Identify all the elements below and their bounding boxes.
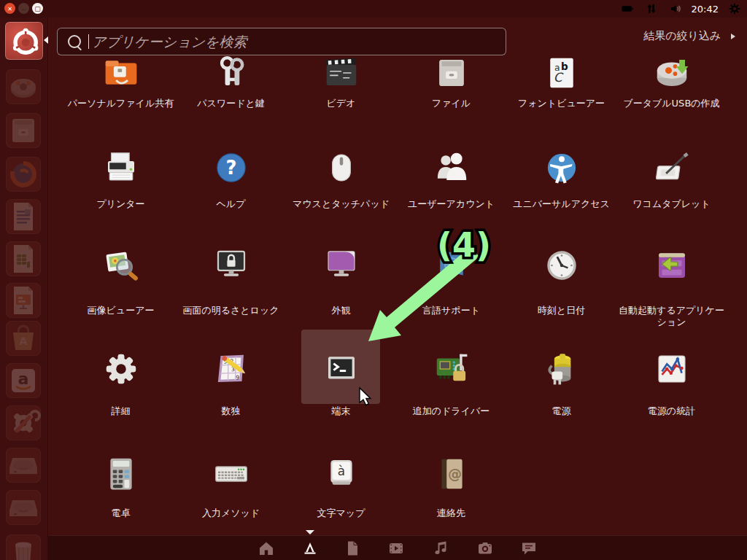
app-label: 端末 — [286, 405, 396, 417]
app-input-method-icon[interactable] — [176, 454, 286, 494]
firefox-launcher-icon[interactable] — [6, 157, 41, 192]
filter-results-button[interactable]: 結果の絞り込み — [643, 29, 735, 43]
app-files-icon[interactable] — [396, 52, 506, 93]
app-label: ファイル — [396, 98, 506, 109]
ubuntu-bfb-button[interactable] — [5, 22, 43, 60]
app-label: ブータブルUSBの作成 — [616, 98, 727, 109]
disk-drive-2-launcher-icon[interactable] — [6, 490, 41, 525]
launcher: Aa — [0, 18, 48, 560]
app-help-icon[interactable]: ? — [176, 147, 286, 188]
clock-label[interactable]: 20:42 — [692, 4, 719, 15]
app-label: 外観 — [286, 305, 396, 316]
disk-installer-launcher-icon[interactable] — [6, 69, 41, 104]
app-usb-creator-icon[interactable] — [616, 52, 727, 93]
app-label: 詳細 — [66, 405, 176, 417]
app-label: 言語サポート — [396, 305, 506, 316]
active-lens-indicator-icon — [306, 530, 314, 534]
app-sudoku-icon[interactable]: 5239 — [176, 349, 286, 389]
music-lens-icon[interactable] — [431, 540, 449, 557]
app-label: フォントビューアー — [506, 98, 616, 109]
app-label: 時刻と日付 — [506, 305, 616, 316]
app-calculator-icon[interactable] — [66, 454, 176, 494]
file-cabinet-launcher-icon[interactable] — [6, 113, 41, 148]
app-label: ビデオ — [286, 98, 396, 109]
app-terminal-icon[interactable] — [286, 349, 396, 389]
app-label: ヘルプ — [176, 198, 286, 210]
app-label: 数独 — [176, 405, 286, 417]
search-input[interactable] — [90, 33, 506, 50]
app-startup-apps-icon[interactable] — [616, 245, 727, 286]
app-users-icon[interactable] — [396, 147, 506, 188]
app-wacom-icon[interactable] — [616, 147, 727, 188]
video-lens-icon[interactable] — [387, 540, 405, 557]
app-clock-icon[interactable] — [506, 245, 616, 286]
maximize-icon[interactable] — [32, 3, 43, 14]
app-label: プリンター — [66, 198, 176, 210]
trash-launcher-icon[interactable] — [6, 534, 41, 560]
app-printer-icon[interactable] — [66, 147, 176, 188]
svg-text:?: ? — [225, 157, 236, 179]
libreoffice-calc-launcher-icon[interactable] — [6, 241, 41, 276]
app-keys-icon[interactable] — [176, 52, 286, 93]
focused-app-arrow-icon — [44, 36, 48, 44]
app-char-map-icon[interactable]: à — [286, 454, 396, 494]
app-mouse-icon[interactable] — [286, 147, 396, 188]
app-drivers-icon[interactable] — [396, 349, 506, 389]
app-label: 画像ビューアー — [66, 305, 176, 316]
filter-results-label: 結果の絞り込み — [643, 29, 721, 42]
app-screen-lock-icon[interactable] — [176, 245, 286, 286]
app-details-icon[interactable] — [66, 349, 176, 389]
system-settings-launcher-icon[interactable] — [6, 405, 41, 440]
app-label: マウスとタッチパッド — [286, 198, 396, 210]
top-panel: 20:42 — [0, 0, 747, 18]
app-videos-icon[interactable] — [286, 52, 396, 93]
search-box[interactable] — [57, 28, 506, 55]
app-label: ワコムタブレット — [616, 198, 727, 210]
home-lens-icon[interactable] — [258, 540, 275, 557]
app-label: 入力メソッド — [176, 508, 286, 519]
app-access-icon[interactable] — [506, 147, 616, 188]
libreoffice-impress-launcher-icon[interactable] — [6, 283, 41, 318]
app-image-viewer-icon[interactable] — [66, 245, 176, 286]
svg-text:à: à — [337, 464, 344, 478]
svg-text:a: a — [18, 370, 29, 388]
disk-drive-1-launcher-icon[interactable] — [6, 448, 41, 483]
minimize-icon[interactable] — [18, 3, 29, 14]
app-label: パーソナルファイル共有 — [66, 98, 176, 109]
applications-lens-icon[interactable] — [301, 540, 319, 557]
files-lens-icon[interactable] — [344, 540, 361, 557]
text-caret — [88, 34, 89, 49]
app-contacts-icon[interactable]: @ — [396, 454, 506, 494]
app-power-icon[interactable] — [506, 349, 616, 389]
search-icon — [68, 35, 81, 48]
svg-text:9: 9 — [235, 374, 239, 381]
app-appearance-icon[interactable] — [286, 245, 396, 286]
app-fonts-icon[interactable]: abC — [506, 52, 616, 93]
battery-icon[interactable] — [619, 2, 635, 15]
close-icon[interactable] — [4, 3, 15, 14]
app-label: 画面の明るさとロック — [176, 305, 286, 316]
app-label: 電卓 — [66, 508, 176, 519]
app-label: 電源の統計 — [616, 405, 727, 417]
session-gear-icon[interactable] — [727, 2, 743, 15]
chevron-right-icon — [731, 34, 735, 39]
network-arrows-icon[interactable] — [643, 2, 659, 15]
app-label: 電源 — [506, 405, 616, 417]
app-language-icon[interactable] — [396, 245, 506, 286]
app-power-stats-icon[interactable] — [616, 349, 727, 389]
social-lens-icon[interactable] — [520, 540, 538, 557]
app-label: 追加のドライバー — [396, 405, 506, 417]
app-label: ユーザーアカウント — [396, 198, 506, 210]
photos-lens-icon[interactable] — [476, 540, 494, 557]
svg-text:A: A — [20, 335, 28, 347]
system-tray: 20:42 — [619, 0, 743, 18]
app-label: 文字マップ — [286, 508, 396, 519]
amazon-launcher-icon[interactable]: a — [6, 363, 41, 398]
app-label: 連絡先 — [396, 508, 506, 519]
software-center-launcher-icon[interactable]: A — [6, 321, 41, 356]
libreoffice-writer-launcher-icon[interactable] — [6, 199, 41, 234]
volume-icon[interactable] — [667, 2, 684, 15]
app-label: パスワードと鍵 — [176, 98, 286, 109]
app-label: 自動起動するアプリケーション — [616, 305, 727, 328]
app-share-icon[interactable] — [66, 52, 176, 93]
